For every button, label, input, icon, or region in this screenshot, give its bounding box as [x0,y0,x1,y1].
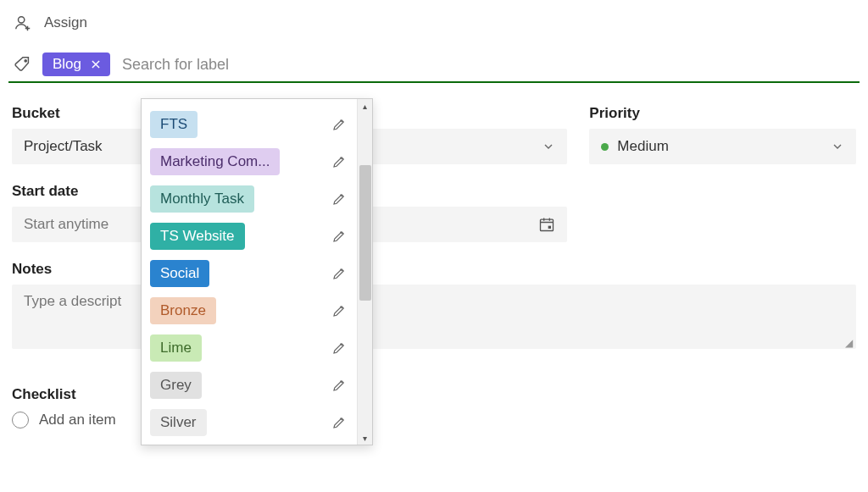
pencil-icon[interactable] [331,229,347,244]
svg-rect-2 [541,219,554,230]
svg-point-0 [19,17,25,23]
label-option[interactable]: Bronze [150,292,350,329]
label-option[interactable]: Grey [150,367,350,404]
svg-point-1 [25,60,26,62]
checklist-add-text: Add an item [39,412,116,428]
notes-label: Notes [12,261,856,278]
svg-rect-3 [548,226,551,229]
start-date-placeholder: Start anytime [24,216,108,233]
label-pill: Grey [150,372,202,399]
label-pill: Marketing Com... [150,148,280,175]
label-search-input[interactable] [120,55,860,75]
priority-select[interactable]: Medium [589,129,856,164]
label-option[interactable]: Social [150,255,350,292]
task-form-grid: Bucket Project/Task Progress tarted Prio… [8,105,860,428]
label-chip-text: Blog [53,56,81,73]
bucket-value: Project/Task [24,138,103,155]
priority-label: Priority [589,105,856,122]
scroll-up-icon[interactable]: ▴ [358,99,372,113]
label-pill: Bronze [150,297,216,324]
pencil-icon[interactable] [331,117,347,132]
resize-handle-icon[interactable]: ◢ [845,340,853,346]
scroll-thumb[interactable] [359,165,371,301]
label-pill: TS Website [150,223,245,250]
checklist-section: Checklist Add an item [12,386,856,428]
chevron-down-icon [542,140,555,153]
label-pill: FTS [150,111,198,138]
label-dropdown[interactable]: FTSMarketing Com...Monthly TaskTS Websit… [141,98,373,445]
person-add-icon [14,14,32,32]
label-option[interactable]: Lime [150,329,350,367]
pencil-icon[interactable] [331,378,347,393]
assign-label: Assign [44,14,87,31]
label-pill: Silver [150,409,207,436]
priority-spacer [589,183,856,242]
scrollbar[interactable]: ▴ ▾ [357,99,372,445]
label-dropdown-list: FTSMarketing Com...Monthly TaskTS Websit… [142,99,357,445]
priority-dot-icon [601,143,609,151]
chevron-down-icon [831,140,844,153]
label-option[interactable]: FTS [150,106,350,143]
notes-placeholder: Type a descript [24,293,121,310]
pencil-icon[interactable] [331,340,347,356]
label-row: Blog [8,47,860,83]
scroll-down-icon[interactable]: ▾ [358,431,372,445]
label-option[interactable]: Monthly Task [150,180,350,218]
label-pill: Social [150,260,209,287]
checklist-add-item[interactable]: Add an item [12,412,856,428]
checklist-label: Checklist [12,386,856,403]
pencil-icon[interactable] [331,191,347,207]
label-option[interactable]: TS Website [150,218,350,255]
pencil-icon[interactable] [331,154,347,169]
pencil-icon[interactable] [331,266,347,281]
assign-row[interactable]: Assign [8,14,860,47]
tag-icon [14,55,32,74]
notes-field: Notes Type a descript ◢ [12,261,856,349]
label-chip-blog[interactable]: Blog [42,53,110,76]
pencil-icon[interactable] [331,303,347,318]
calendar-icon[interactable] [538,216,555,233]
label-option[interactable]: Marketing Com... [150,143,350,180]
label-pill: Monthly Task [150,185,254,213]
label-pill: Lime [150,334,202,362]
pencil-icon[interactable] [331,415,347,430]
priority-value-wrapper: Medium [601,138,668,155]
radio-empty-icon[interactable] [12,412,29,428]
label-option[interactable]: Silver [150,404,350,441]
priority-field: Priority Medium [589,105,856,164]
priority-value: Medium [617,138,668,155]
notes-textarea[interactable]: Type a descript ◢ [12,285,856,349]
remove-label-icon[interactable] [90,58,102,70]
